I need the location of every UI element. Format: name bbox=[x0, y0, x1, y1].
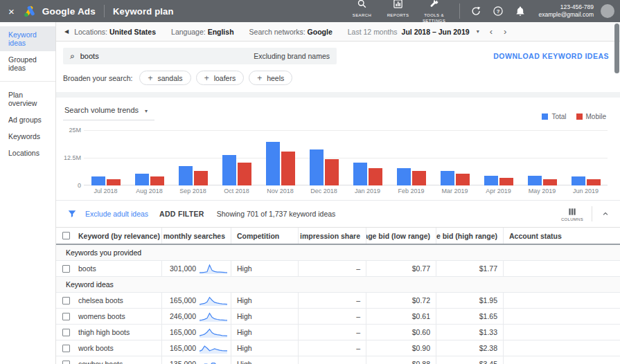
table-row-work-boots[interactable]: work boots165,000High–$0.90$2.38 bbox=[56, 340, 620, 356]
ad-impression-share-cell: – bbox=[298, 293, 366, 308]
bar-mobile bbox=[456, 174, 470, 185]
bar-total bbox=[310, 149, 324, 185]
section-row-keyword-ideas: Keyword ideas bbox=[56, 277, 620, 293]
refresh-icon[interactable] bbox=[467, 6, 485, 17]
bar-mobile bbox=[587, 179, 601, 185]
x-tick-label: Mar 2019 bbox=[433, 188, 477, 194]
broaden-chip-loafers[interactable]: +loafers bbox=[196, 71, 245, 85]
topbar-nav-label: SEARCH bbox=[353, 13, 371, 19]
google-ads-logo[interactable]: Google Ads bbox=[23, 4, 96, 19]
date-next-icon[interactable]: › bbox=[500, 27, 510, 36]
date-range-value[interactable]: Jul 2018 – Jun 2019 bbox=[402, 28, 470, 36]
keyword-text: cowboy boots bbox=[78, 360, 123, 364]
date-prev-icon[interactable]: ‹ bbox=[486, 27, 496, 36]
broaden-chip-heels[interactable]: +heels bbox=[249, 71, 292, 85]
bar-mobile bbox=[325, 159, 339, 185]
competition-cell: High bbox=[231, 293, 298, 308]
header-cell-ad-impression-share[interactable]: Ad impression share bbox=[298, 228, 366, 244]
search-icon: ⌕ bbox=[70, 51, 75, 61]
keyword-text: thigh high boots bbox=[78, 328, 130, 336]
topbar-nav-reports[interactable]: REPORTS bbox=[380, 0, 416, 24]
avg-searches-value: 165,000 bbox=[170, 296, 196, 304]
vertical-scrollbar[interactable] bbox=[614, 24, 619, 73]
avatar[interactable] bbox=[601, 4, 614, 18]
x-tick-label: May 2019 bbox=[520, 188, 564, 194]
columns-icon bbox=[567, 207, 577, 217]
bar-group-jan-2019 bbox=[346, 130, 389, 185]
top-bid-high-cell: $1.95 bbox=[436, 293, 503, 308]
help-icon[interactable]: ? bbox=[489, 6, 507, 17]
header-cell-top-of-page-bid-high-range-[interactable]: Top of page bid (high range) bbox=[436, 228, 503, 244]
notifications-icon[interactable] bbox=[511, 6, 529, 17]
trend-sparkline bbox=[199, 358, 228, 364]
table-row-thigh-high-boots[interactable]: thigh high boots165,000High–$0.60$1.33 bbox=[56, 325, 620, 340]
select-all-checkbox[interactable] bbox=[62, 232, 70, 239]
legend-item-mobile: Mobile bbox=[576, 113, 606, 120]
chart-y-axis: 25M12.5M0 bbox=[63, 130, 84, 185]
table-row-womens-boots[interactable]: womens boots246,000High–$0.61$1.65 bbox=[56, 309, 620, 325]
table-row-cowboy-boots[interactable]: cowboy boots135,000High–$0.88$3.45 bbox=[56, 356, 620, 364]
setting-language[interactable]: Language: English bbox=[171, 28, 233, 36]
filter-funnel-icon[interactable] bbox=[67, 209, 77, 219]
topbar-divider bbox=[104, 5, 105, 17]
brand-exclusion-label[interactable]: Excluding brand names bbox=[254, 52, 330, 60]
broaden-chip-sandals[interactable]: +sandals bbox=[139, 71, 191, 85]
row-checkbox[interactable] bbox=[62, 265, 70, 273]
bar-total bbox=[91, 176, 105, 185]
columns-button[interactable]: COLUMNS bbox=[561, 207, 583, 221]
header-keyword-label: Keyword (by relevance) bbox=[78, 232, 160, 240]
legend-swatch bbox=[542, 113, 548, 120]
sidebar-item-plan-overview[interactable]: Plan overview bbox=[0, 87, 55, 111]
add-filter-button[interactable]: ADD FILTER bbox=[159, 210, 204, 218]
topbar-nav-tools[interactable]: TOOLS & SETTINGS bbox=[416, 0, 452, 24]
row-checkbox[interactable] bbox=[62, 329, 70, 336]
avg-searches-value: 301,000 bbox=[170, 264, 196, 273]
account-status-cell bbox=[503, 293, 620, 308]
close-icon[interactable]: × bbox=[8, 6, 15, 17]
trend-sparkline bbox=[199, 327, 228, 338]
bar-total bbox=[528, 176, 542, 185]
topbar-nav-search[interactable]: SEARCH bbox=[344, 0, 380, 24]
row-checkbox[interactable] bbox=[62, 313, 70, 320]
setting-locations[interactable]: Locations: United States bbox=[74, 28, 156, 36]
sidebar-item-grouped-ideas[interactable]: Grouped ideas bbox=[0, 51, 55, 76]
sidebar-item-ad-groups[interactable]: Ad groups bbox=[0, 111, 55, 128]
sidebar-divider bbox=[0, 81, 55, 82]
top-bid-high-cell: $3.45 bbox=[436, 356, 503, 364]
header-cell-competition[interactable]: Competition bbox=[231, 228, 298, 244]
exclude-adult-ideas-link[interactable]: Exclude adult ideas bbox=[85, 210, 148, 218]
top-bid-low-cell: $0.90 bbox=[366, 340, 436, 356]
legend-swatch bbox=[576, 113, 583, 120]
header-cell-account-status[interactable]: Account status bbox=[503, 228, 620, 244]
sidebar-item-keyword-ideas[interactable]: Keyword ideas bbox=[0, 26, 55, 51]
setting-searchnetworks[interactable]: Search networks: Google bbox=[249, 28, 333, 36]
x-tick-label: Jul 2018 bbox=[84, 188, 127, 194]
table-row-chelsea-boots[interactable]: chelsea boots165,000High–$0.72$1.95 bbox=[56, 293, 620, 309]
brand-name: Google Ads bbox=[42, 6, 96, 17]
table-header-row: Keyword (by relevance)↓Avg. monthly sear… bbox=[56, 227, 620, 245]
keyword-search-input[interactable]: ⌕ boots Excluding brand names bbox=[63, 48, 337, 64]
reports-icon bbox=[393, 0, 403, 12]
header-cell-avg-monthly-searches[interactable]: Avg. monthly searches bbox=[161, 228, 231, 244]
collapse-table-icon[interactable] bbox=[601, 209, 610, 219]
legend-item-total: Total bbox=[542, 113, 566, 120]
sidebar-item-keywords[interactable]: Keywords bbox=[0, 128, 55, 145]
table-row-boots[interactable]: boots301,000High–$0.77$1.77 bbox=[56, 261, 620, 277]
trend-sparkline bbox=[199, 311, 228, 322]
sidebar-item-locations[interactable]: Locations bbox=[0, 145, 55, 161]
download-keyword-ideas-button[interactable]: DOWNLOAD KEYWORD IDEAS bbox=[493, 52, 609, 60]
date-range-caret-icon[interactable]: ▾ bbox=[474, 28, 482, 35]
competition-cell: High bbox=[231, 309, 298, 324]
bar-total bbox=[572, 176, 585, 185]
row-checkbox[interactable] bbox=[62, 345, 70, 352]
y-tick-label: 12.5M bbox=[64, 154, 81, 161]
chart-type-dropdown[interactable]: Search volume trends ▾ bbox=[63, 104, 154, 120]
collapse-sidebar-icon[interactable]: ◀ bbox=[59, 28, 74, 35]
row-checkbox[interactable] bbox=[62, 297, 70, 304]
row-checkbox[interactable] bbox=[62, 361, 70, 364]
chart-plot-area bbox=[84, 130, 608, 185]
header-cell-top-of-page-bid-low-range-[interactable]: Top of page bid (low range) bbox=[366, 228, 436, 244]
keyword-text: work boots bbox=[78, 344, 114, 352]
bar-group-oct-2018 bbox=[215, 130, 258, 185]
account-info[interactable]: 123-456-789 example@gmail.com bbox=[539, 3, 594, 18]
